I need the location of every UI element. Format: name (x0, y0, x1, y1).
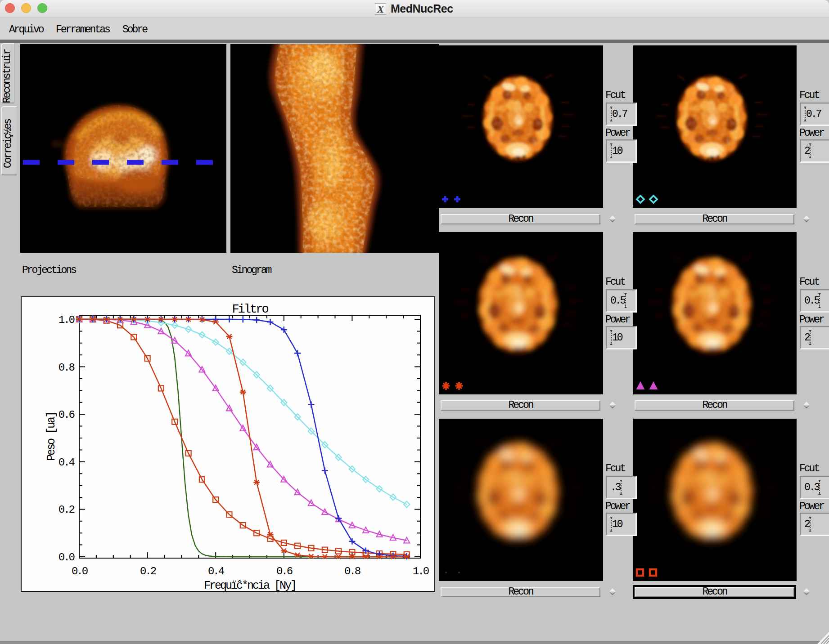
svg-text:1.0: 1.0 (413, 565, 429, 577)
svg-text:0.6: 0.6 (276, 565, 293, 577)
svg-text:0.4: 0.4 (208, 565, 225, 577)
svg-text:0.0: 0.0 (72, 565, 88, 577)
svg-text:0.4: 0.4 (59, 456, 75, 469)
svg-text:1.0: 1.0 (59, 314, 75, 326)
svg-text:Frequïĉ*ncia [Ny]: Frequïĉ*ncia [Ny] (204, 579, 296, 592)
svg-text:Filtro: Filtro (232, 303, 268, 316)
svg-text:0.0: 0.0 (59, 551, 75, 564)
svg-text:0.8: 0.8 (59, 362, 75, 374)
svg-text:0.6: 0.6 (59, 409, 75, 421)
svg-text:0.2: 0.2 (140, 565, 156, 577)
svg-text:0.8: 0.8 (344, 565, 360, 577)
svg-text:0.2: 0.2 (59, 504, 75, 516)
svg-text:Peso [ua]: Peso [ua] (45, 412, 58, 461)
